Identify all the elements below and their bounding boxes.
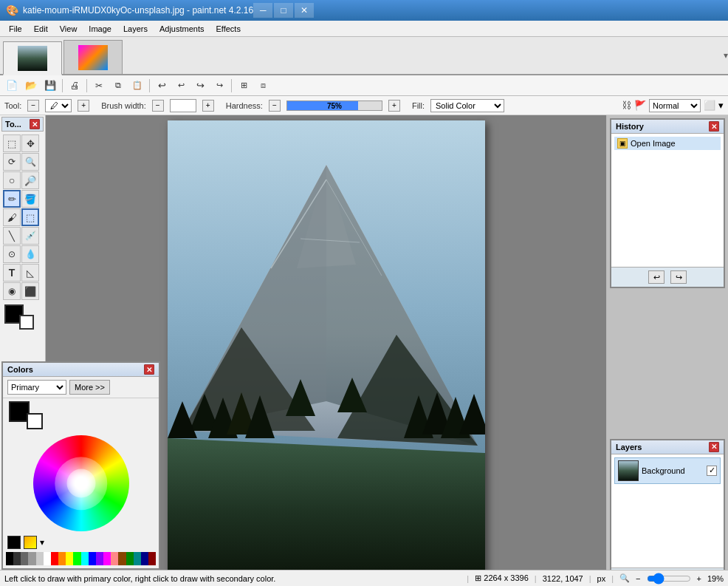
tool-lasso[interactable]: ⟳ bbox=[3, 153, 21, 171]
hardness-plus[interactable]: + bbox=[388, 100, 400, 112]
colors-close-btn[interactable]: ✕ bbox=[144, 364, 154, 375]
redo-button[interactable]: ↪ bbox=[191, 78, 209, 94]
tab-dropdown-arrow[interactable]: ▾ bbox=[724, 50, 728, 61]
palette-blue[interactable] bbox=[89, 552, 96, 565]
palette-orange[interactable] bbox=[58, 552, 66, 565]
toolbox-close[interactable]: ✕ bbox=[30, 119, 40, 129]
redo2-button[interactable]: ↪ bbox=[210, 78, 228, 94]
copy-button[interactable]: ⧉ bbox=[109, 78, 127, 94]
menu-edit[interactable]: Edit bbox=[28, 23, 54, 35]
menu-view[interactable]: View bbox=[54, 23, 83, 35]
tool-line[interactable]: ╲ bbox=[3, 227, 21, 245]
tool-plus[interactable]: + bbox=[78, 100, 89, 112]
menu-image[interactable]: Image bbox=[83, 23, 117, 35]
undo-button[interactable]: ↩ bbox=[153, 78, 171, 94]
color-wheel[interactable] bbox=[33, 435, 129, 531]
canvas-image[interactable] bbox=[168, 120, 485, 586]
palette-gray[interactable] bbox=[21, 552, 28, 565]
tool-pencil[interactable]: ✏ bbox=[3, 190, 21, 208]
secondary-color-swatch[interactable] bbox=[19, 315, 34, 330]
palette-red[interactable] bbox=[51, 552, 58, 565]
tool-color-picker[interactable]: 💉 bbox=[21, 227, 39, 245]
palette-black[interactable] bbox=[6, 552, 13, 565]
palette-brown[interactable] bbox=[118, 552, 126, 565]
palette-pink[interactable] bbox=[111, 552, 118, 565]
tool-gradient[interactable]: ◉ bbox=[3, 282, 21, 300]
undo2-button[interactable]: ↩ bbox=[172, 78, 190, 94]
tool-ellipse[interactable]: ○ bbox=[3, 171, 21, 189]
zoom-in-btn[interactable]: + bbox=[697, 574, 701, 583]
color-channel-select[interactable]: Primary Secondary bbox=[7, 380, 66, 395]
brush-plus[interactable]: + bbox=[202, 100, 214, 112]
palette-silver[interactable] bbox=[28, 552, 35, 565]
flag-icon[interactable]: 🚩 bbox=[634, 100, 646, 111]
tool-paintbrush[interactable]: 🖌 bbox=[3, 208, 21, 226]
black-swatch[interactable] bbox=[7, 536, 21, 549]
open-button[interactable]: 📂 bbox=[22, 78, 40, 94]
chain-icon[interactable]: ⛓ bbox=[622, 100, 631, 111]
paste-button[interactable]: 📋 bbox=[128, 78, 146, 94]
hardness-minus[interactable]: − bbox=[269, 100, 281, 112]
palette-yellow[interactable] bbox=[66, 552, 73, 565]
palette-navy[interactable] bbox=[141, 552, 148, 565]
palette-teal[interactable] bbox=[134, 552, 141, 565]
secondary-swatch[interactable] bbox=[27, 413, 43, 429]
palette-cyan[interactable] bbox=[81, 552, 89, 565]
new-button[interactable]: 📄 bbox=[3, 78, 21, 94]
close-button[interactable]: ✕ bbox=[295, 3, 314, 18]
tab-mountain[interactable] bbox=[3, 41, 62, 75]
layer-visibility-check[interactable]: ✓ bbox=[707, 466, 717, 476]
menu-file[interactable]: File bbox=[3, 23, 28, 35]
blend-mode-select[interactable]: Normal Multiply Screen bbox=[649, 99, 701, 112]
hardness-track[interactable]: 75% bbox=[286, 100, 382, 111]
save-button[interactable]: 💾 bbox=[41, 78, 59, 94]
menu-effects[interactable]: Effects bbox=[210, 23, 247, 35]
tool-zoom2[interactable]: 🔎 bbox=[21, 171, 39, 189]
palette-purple[interactable] bbox=[96, 552, 103, 565]
tool-text[interactable]: T bbox=[3, 264, 21, 282]
history-item-open[interactable]: ▣ Open Image bbox=[614, 137, 721, 150]
canvas-size-button[interactable]: ⊞ bbox=[235, 78, 253, 94]
palette-magenta[interactable] bbox=[103, 552, 111, 565]
palette-white[interactable] bbox=[44, 552, 51, 565]
zoom-slider[interactable] bbox=[647, 573, 691, 585]
colored-swatch[interactable] bbox=[24, 536, 37, 549]
tool-minus[interactable]: − bbox=[27, 100, 39, 112]
menu-adjustments[interactable]: Adjustments bbox=[154, 23, 210, 35]
brush-minus[interactable]: − bbox=[152, 100, 164, 112]
cut-button[interactable]: ✂ bbox=[90, 78, 108, 94]
brush-width-input[interactable]: 2 bbox=[170, 99, 196, 112]
layers-close-btn[interactable]: ✕ bbox=[709, 442, 719, 452]
menu-layers[interactable]: Layers bbox=[117, 23, 154, 35]
maximize-button[interactable]: □ bbox=[274, 3, 293, 18]
tool-zoom[interactable]: 🔍 bbox=[21, 153, 39, 171]
tool-eraser[interactable]: ⬚ bbox=[21, 208, 39, 226]
tool-move[interactable]: ✥ bbox=[21, 134, 39, 152]
tool-recolor[interactable]: 💧 bbox=[21, 245, 39, 263]
tool-wand[interactable]: ⬛ bbox=[21, 282, 39, 300]
history-redo-btn[interactable]: ↪ bbox=[670, 270, 687, 284]
palette-darkgreen[interactable] bbox=[126, 552, 134, 565]
palette-lightgray[interactable] bbox=[36, 552, 44, 565]
color-tool-arrow[interactable]: ▾ bbox=[40, 537, 44, 548]
tool-fill[interactable]: 🪣 bbox=[21, 190, 39, 208]
minimize-button[interactable]: ─ bbox=[253, 3, 272, 18]
layer-item-background[interactable]: Background ✓ bbox=[614, 457, 721, 484]
opacity-icon[interactable]: ⬜ bbox=[704, 100, 715, 111]
palette-maroon[interactable] bbox=[148, 552, 156, 565]
fill-select[interactable]: Solid Color No Blend Overwrite bbox=[430, 99, 504, 112]
palette-darkgray[interactable] bbox=[13, 552, 21, 565]
history-undo-btn[interactable]: ↩ bbox=[648, 270, 665, 284]
tool-rectangle-select[interactable]: ⬚ bbox=[3, 134, 21, 152]
tool-clone[interactable]: ⊙ bbox=[3, 245, 21, 263]
more-button[interactable]: More >> bbox=[69, 380, 110, 395]
print-button[interactable]: 🖨 bbox=[66, 78, 83, 94]
opacity-down-icon[interactable]: ▾ bbox=[718, 100, 724, 111]
tool-select[interactable]: 🖊 bbox=[45, 99, 72, 112]
palette-lime[interactable] bbox=[73, 552, 80, 565]
crop-button[interactable]: ⧈ bbox=[254, 78, 272, 94]
tool-shapes[interactable]: ◺ bbox=[21, 264, 39, 282]
history-close-btn[interactable]: ✕ bbox=[709, 121, 719, 132]
zoom-out-btn[interactable]: − bbox=[636, 574, 640, 583]
tab-abstract[interactable] bbox=[63, 40, 123, 74]
